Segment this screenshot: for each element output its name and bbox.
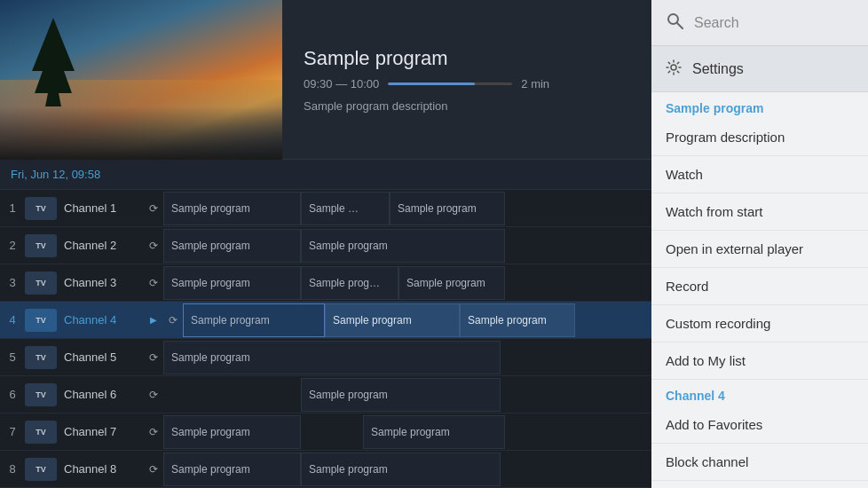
program-block[interactable]: Sample program: [390, 192, 505, 225]
channel-row[interactable]: 6 TV Channel 6 ⟳ Sample program: [0, 376, 651, 413]
menu-item-add-to-favorites[interactable]: Add to Favorites: [651, 406, 868, 444]
channel-history-icon: ⟳: [144, 463, 163, 476]
channel-history-icon: ⟳: [144, 277, 163, 289]
left-panel: Sample program 09:30 — 10:00 2 min Sampl…: [0, 0, 651, 488]
channel-number: 8: [0, 462, 25, 476]
channel-name: Channel 2: [64, 239, 144, 252]
programs-area: Sample program: [163, 341, 651, 374]
right-panel-menu: Sample program Program description Watch…: [651, 92, 868, 488]
program-time: 09:30 — 10:00 2 min: [304, 77, 549, 91]
channel-history-icon: ⟳: [163, 314, 183, 327]
channel-history-icon: ⟳: [144, 389, 163, 401]
channel-name: Channel 4: [64, 313, 144, 327]
menu-item-custom-recording[interactable]: Custom recording: [651, 305, 868, 342]
program-block[interactable]: Sample prog…: [301, 266, 398, 300]
program-block-highlighted[interactable]: Sample program: [460, 303, 575, 337]
program-block[interactable]: Sample program: [163, 192, 301, 225]
menu-item-label: Open in external player: [666, 241, 803, 256]
channel-play-icon: ▶: [144, 315, 163, 325]
program-block-highlighted[interactable]: Sample program: [325, 303, 460, 337]
channel-row-active[interactable]: 4 TV Channel 4 ▶ ⟳ Sample program Sample…: [0, 302, 651, 339]
channel-number: 3: [0, 276, 25, 289]
channel-number: 4: [0, 313, 25, 327]
channel-history-icon: ⟳: [144, 351, 163, 364]
program-block[interactable]: Sample program: [163, 453, 301, 486]
svg-line-1: [677, 23, 683, 28]
program-block[interactable]: Sample program: [163, 229, 301, 263]
svg-point-2: [671, 65, 676, 70]
channel-icon: TV: [25, 234, 57, 257]
progress-bar-fill: [388, 83, 475, 85]
progress-bar: [388, 83, 512, 85]
search-bar[interactable]: Search: [651, 0, 868, 46]
programs-area: Sample program Sample program: [163, 229, 651, 263]
channel-icon: TV: [25, 421, 57, 444]
channel-row[interactable]: 1 TV Channel 1 ⟳ Sample program Sample ……: [0, 190, 651, 227]
programs-area: Sample program Sample program Sample pro…: [183, 303, 651, 337]
channel-number: 2: [0, 239, 25, 252]
program-block[interactable]: Sample program: [163, 266, 301, 300]
channel-icon: TV: [25, 309, 57, 332]
program-block[interactable]: Sample program: [301, 229, 505, 263]
program-block[interactable]: Sample program: [301, 378, 501, 412]
time-range: 09:30 — 10:00: [304, 77, 379, 91]
channel-icon: TV: [25, 458, 57, 481]
channel-history-icon: ⟳: [144, 202, 163, 215]
channel-history-icon: ⟳: [144, 426, 163, 438]
search-label: Search: [694, 15, 739, 31]
menu-item-watch[interactable]: Watch: [651, 156, 868, 193]
program-block[interactable]: Sample program: [363, 415, 505, 449]
channel-row[interactable]: 2 TV Channel 2 ⟳ Sample program Sample p…: [0, 227, 651, 264]
channel-rows: 1 TV Channel 1 ⟳ Sample program Sample ……: [0, 190, 651, 488]
menu-item-label: Watch from start: [666, 204, 762, 219]
programs-area: Sample program Sample prog… Sample progr…: [163, 266, 651, 300]
current-datetime: Fri, Jun 12, 09:58: [0, 168, 178, 181]
programs-area: Sample program: [163, 378, 651, 412]
channel-history-icon: ⟳: [144, 240, 163, 252]
program-thumbnail: [0, 0, 282, 160]
channel-number: 7: [0, 425, 25, 438]
menu-item-open-external[interactable]: Open in external player: [651, 231, 868, 268]
settings-label: Settings: [692, 61, 744, 77]
program-block-selected[interactable]: Sample program: [183, 303, 325, 337]
programs-area: Sample program Sample program: [163, 415, 651, 449]
program-block[interactable]: Sample program: [398, 266, 505, 300]
program-description: Sample program description: [304, 99, 549, 113]
menu-item-program-description[interactable]: Program description: [651, 119, 868, 156]
channel-row[interactable]: 3 TV Channel 3 ⟳ Sample program Sample p…: [0, 264, 651, 302]
program-block-empty: [163, 378, 301, 412]
program-block[interactable]: Sample …: [301, 192, 390, 225]
search-icon: [666, 12, 683, 34]
settings-icon: [666, 59, 682, 79]
channel-row[interactable]: 5 TV Channel 5 ⟳ Sample program: [0, 339, 651, 376]
menu-item-label: Block channel: [666, 454, 748, 469]
menu-item-label: Program description: [666, 130, 785, 145]
menu-item-label: Custom recording: [666, 316, 770, 331]
menu-item-watch-from-start[interactable]: Watch from start: [651, 193, 868, 231]
program-header: Sample program 09:30 — 10:00 2 min Sampl…: [0, 0, 651, 160]
right-panel: Search Settings Sample program Program d…: [651, 0, 868, 488]
menu-item-record[interactable]: Record: [651, 268, 868, 305]
menu-item-label: Add to Favorites: [666, 417, 762, 432]
channel-number: 5: [0, 350, 25, 364]
channel-name: Channel 3: [64, 276, 144, 289]
timeline-header: Fri, Jun 12, 09:58 09:30 10:00 10:30: [0, 160, 651, 190]
menu-item-label: Record: [666, 279, 708, 294]
program-block[interactable]: Sample program: [163, 341, 501, 374]
channel-number: 6: [0, 388, 25, 401]
settings-item[interactable]: Settings: [651, 46, 868, 92]
menu-item-add-to-my-list[interactable]: Add to My list: [651, 342, 868, 380]
channel-row[interactable]: 8 TV Channel 8 ⟳ Sample program Sample p…: [0, 451, 651, 488]
channel-icon: TV: [25, 272, 57, 295]
menu-item-block-channel[interactable]: Block channel: [651, 444, 868, 481]
channel-name: Channel 7: [64, 425, 144, 438]
section2-label: Channel 4: [651, 380, 868, 406]
channel-icon: TV: [25, 197, 57, 220]
channel-name: Channel 5: [64, 350, 144, 364]
program-block[interactable]: Sample program: [301, 453, 501, 486]
remaining-time: 2 min: [521, 77, 549, 91]
program-block[interactable]: Sample program: [163, 415, 301, 449]
channel-row[interactable]: 7 TV Channel 7 ⟳ Sample program Sample p…: [0, 413, 651, 451]
channel-icon: TV: [25, 383, 57, 406]
channel-name: Channel 8: [64, 462, 144, 476]
